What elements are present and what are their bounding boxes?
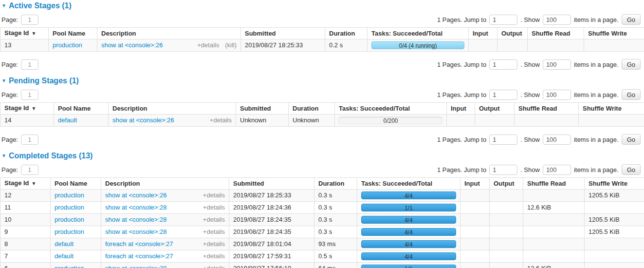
column-header-shuffle-read[interactable]: Shuffle Read [523, 178, 585, 190]
stage-description-link[interactable]: foreach at <console>:27 [105, 253, 173, 260]
input-cell [460, 250, 490, 263]
show-label: . Show [520, 166, 540, 173]
column-header-description[interactable]: Description [101, 178, 229, 190]
page-input[interactable] [21, 165, 38, 175]
submitted-cell: Unknown [236, 115, 289, 127]
total-pages-label: 1 Pages. Jump to [437, 16, 486, 23]
column-header-stage-id[interactable]: Stage Id▼ [0, 103, 54, 115]
details-toggle-link[interactable]: +details [203, 229, 225, 235]
column-header-input[interactable]: Input [447, 103, 475, 115]
section-title-completed[interactable]: ▼Completed Stages (13) [1, 152, 644, 160]
stages-table-pending: Stage Id▼Pool NameDescriptionSubmittedDu… [0, 102, 644, 127]
stage-description-link[interactable]: show at <console>:26 [105, 192, 166, 199]
total-pages-label: 1 Pages. Jump to [437, 136, 486, 143]
kill-stage-link[interactable]: (kill) [225, 42, 237, 49]
column-header-description[interactable]: Description [97, 28, 241, 39]
column-header-shuffle-write[interactable]: Shuffle Write [579, 103, 644, 115]
jump-to-input[interactable] [489, 15, 517, 25]
column-header-duration[interactable]: Duration [289, 103, 335, 115]
pool-name-cell: default [51, 238, 101, 250]
stage-description-link[interactable]: show at <console>:26 [101, 42, 163, 49]
task-progress-bar: 4/4 [361, 216, 456, 224]
stage-description-link[interactable]: show at <console>:26 [112, 117, 174, 124]
stage-description-link[interactable]: show at <console>:28 [105, 216, 166, 223]
column-header-pool-name[interactable]: Pool Name [51, 178, 101, 190]
pool-name-link[interactable]: default [58, 116, 77, 124]
column-header-pool-name[interactable]: Pool Name [54, 103, 109, 115]
pool-name-link[interactable]: production [55, 228, 84, 235]
column-header-stage-id[interactable]: Stage Id▼ [0, 28, 49, 39]
page-label: Page: [1, 166, 18, 173]
details-toggle-link[interactable]: +details [203, 216, 225, 223]
stage-description-link[interactable]: foreach at <console>:27 [105, 241, 173, 248]
column-header-tasks-succeeded-total[interactable]: Tasks: Succeeded/Total [368, 28, 469, 39]
column-header-label: Tasks: Succeeded/Total [361, 180, 432, 187]
details-toggle-link[interactable]: +details [210, 117, 232, 124]
jump-to-input[interactable] [489, 59, 517, 70]
column-header-submitted[interactable]: Submitted [236, 103, 289, 115]
description-wrap: show at <console>:28+details [105, 216, 225, 223]
pool-name-link[interactable]: default [55, 240, 74, 248]
total-pages-label: 1 Pages. Jump to [437, 61, 486, 68]
page-input[interactable] [21, 134, 38, 145]
column-header-submitted[interactable]: Submitted [229, 178, 314, 190]
section-title-active[interactable]: ▼Active Stages (1) [1, 1, 644, 10]
stage-description-link[interactable]: show at <console>:28 [105, 265, 166, 268]
go-button[interactable]: Go [622, 164, 641, 175]
column-header-shuffle-write[interactable]: Shuffle Write [584, 28, 644, 39]
show-count-input[interactable] [543, 59, 571, 70]
details-toggle-link[interactable]: +details [203, 241, 225, 248]
page-input[interactable] [21, 15, 38, 25]
column-header-input[interactable]: Input [460, 178, 490, 190]
column-header-output[interactable]: Output [490, 178, 523, 190]
go-button[interactable]: Go [622, 89, 641, 100]
section-title-pending[interactable]: ▼Pending Stages (1) [1, 77, 644, 85]
pool-name-cell: default [51, 250, 101, 263]
column-header-description[interactable]: Description [109, 103, 236, 115]
details-toggle-link[interactable]: +details [197, 42, 219, 49]
page-input[interactable] [21, 59, 38, 70]
show-count-input[interactable] [543, 15, 571, 25]
column-header-tasks-succeeded-total[interactable]: Tasks: Succeeded/Total [357, 178, 460, 190]
go-button[interactable]: Go [622, 14, 641, 25]
column-header-shuffle-write[interactable]: Shuffle Write [585, 178, 644, 190]
pool-name-link[interactable]: production [55, 191, 84, 199]
pagination-row-active-top: Page:1 Pages. Jump to. Showitems in a pa… [0, 14, 644, 25]
details-toggle-link[interactable]: +details [203, 192, 225, 199]
jump-to-input[interactable] [489, 165, 517, 175]
column-header-shuffle-read[interactable]: Shuffle Read [515, 103, 579, 115]
items-per-page-label: items in a page. [574, 166, 619, 173]
pool-name-link[interactable]: default [55, 252, 74, 260]
stage-description-link[interactable]: show at <console>:28 [105, 204, 166, 211]
details-toggle-link[interactable]: +details [203, 265, 225, 268]
go-button[interactable]: Go [622, 59, 641, 70]
column-header-duration[interactable]: Duration [325, 28, 368, 39]
column-header-duration[interactable]: Duration [314, 178, 357, 190]
pool-name-link[interactable]: production [55, 265, 84, 268]
show-count-input[interactable] [543, 165, 571, 175]
column-header-label: Output [501, 30, 522, 37]
pool-name-link[interactable]: production [55, 204, 84, 211]
jump-to-input[interactable] [489, 90, 517, 100]
show-count-input[interactable] [543, 90, 571, 100]
column-header-output[interactable]: Output [475, 103, 515, 115]
column-header-shuffle-read[interactable]: Shuffle Read [528, 28, 584, 39]
column-header-label: Stage Id [4, 29, 29, 37]
stage-description-link[interactable]: show at <console>:28 [105, 229, 166, 235]
jump-to-input[interactable] [489, 134, 517, 145]
pool-name-link[interactable]: production [55, 216, 84, 223]
pool-name-link[interactable]: production [53, 41, 82, 49]
column-header-output[interactable]: Output [497, 28, 528, 39]
page-input[interactable] [21, 90, 38, 100]
section-active-stages: ▼Active Stages (1)Page:1 Pages. Jump to.… [0, 1, 644, 70]
column-header-pool-name[interactable]: Pool Name [49, 28, 97, 39]
details-toggle-link[interactable]: +details [203, 204, 225, 211]
go-button[interactable]: Go [622, 134, 641, 145]
column-header-tasks-succeeded-total[interactable]: Tasks: Succeeded/Total [335, 103, 447, 115]
column-header-stage-id[interactable]: Stage Id▼ [0, 178, 51, 190]
show-count-input[interactable] [543, 134, 571, 145]
column-header-submitted[interactable]: Submitted [241, 28, 325, 39]
column-header-input[interactable]: Input [469, 28, 497, 39]
task-progress-bar: 4/4 [361, 228, 456, 236]
details-toggle-link[interactable]: +details [203, 253, 225, 260]
